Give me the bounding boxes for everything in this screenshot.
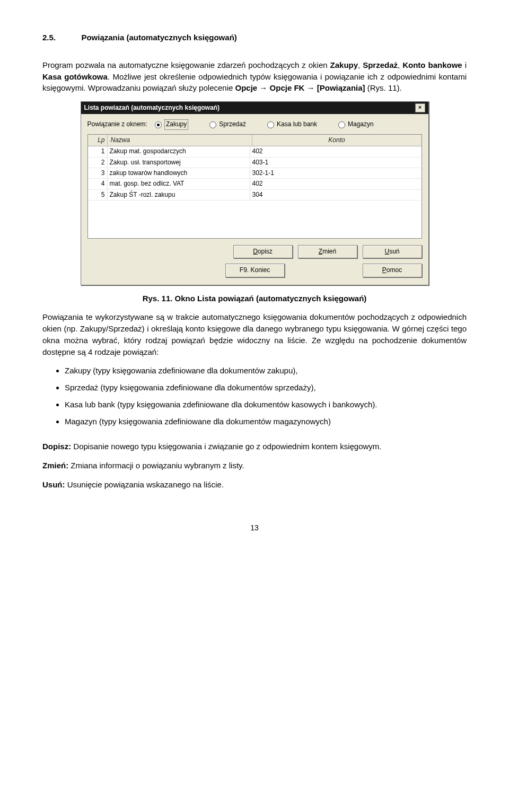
list-item: Magazyn (typy księgowania zdefiniowane d… [65,416,467,427]
table-row[interactable]: 2Zakup. usł. transportowej403-1 [88,158,422,168]
data-grid[interactable]: Lp Nazwa Konto 1Zakup mat. gospodarczych… [87,134,422,239]
close-icon[interactable]: × [415,103,425,112]
radio-zakupy[interactable]: Zakupy [155,119,188,129]
col-konto: Konto [252,135,422,146]
zmien-button[interactable]: Zmień [298,245,357,258]
radio-sprzedaz[interactable]: Sprzedaż [209,119,246,129]
dialog-window: Lista powiazań (automatycznych księgowań… [81,101,429,285]
section-number: 2.5. [42,33,56,42]
definition-zmien: Zmień: Zmiana informacji o powiązaniu wy… [42,460,467,472]
intro-paragraph: Program pozwala na automatyczne księgowa… [42,59,467,94]
radio-label: Powiązanie z oknem: [87,120,147,129]
dialog-titlebar: Lista powiazań (automatycznych księgowań… [81,102,428,114]
definition-usun: Usuń: Usunięcie powiązania wskazanego na… [42,479,467,491]
list-item: Kasa lub bank (typy księgowania zdefinio… [65,399,467,411]
button-row-2: F9. Koniec Pomoc [81,260,428,284]
col-name: Nazwa [108,135,252,146]
radio-kasa-bank[interactable]: Kasa lub bank [267,119,317,129]
list-item: Sprzedaż (typy księgowania zdefiniowane … [65,382,467,394]
body-paragraph: Powiązania te wykorzystywane są w trakci… [42,311,467,357]
table-row[interactable]: 1Zakup mat. gospodarczych402 [88,146,422,157]
section-title: Powiązania (automatycznych księgowań) [81,33,236,42]
figure-caption: Rys. 11. Okno Lista powiązań (automatycz… [42,293,467,304]
bullet-list: Zakupy (typy księgowania zdefiniowane dl… [42,365,467,427]
table-row[interactable]: 3zakup towarów handlowych302-1-1 [88,168,422,179]
dialog-title: Lista powiazań (automatycznych księgowań… [84,103,220,112]
section-heading: 2.5. Powiązania (automatycznych księgowa… [42,32,467,43]
koniec-button[interactable]: F9. Koniec [225,264,285,277]
grid-header: Lp Nazwa Konto [88,135,422,146]
radio-magazyn[interactable]: Magazyn [338,119,374,129]
radio-row: Powiązanie z oknem: Zakupy Sprzedaż Kasa… [81,114,428,134]
dopisz-button[interactable]: Dopisz [233,245,293,258]
page-number: 13 [42,522,467,533]
col-lp: Lp [88,135,108,146]
table-row[interactable]: 5Zakup ŚT -rozl. zakupu304 [88,190,422,200]
pomoc-button[interactable]: Pomoc [363,264,422,277]
list-item: Zakupy (typy księgowania zdefiniowane dl… [65,365,467,377]
usun-button[interactable]: Usuń [363,245,422,258]
table-row[interactable]: 4mat. gosp. bez odlicz. VAT402 [88,179,422,189]
definition-dopisz: Dopisz: Dopisanie nowego typu księgowani… [42,441,467,452]
button-row-1: Dopisz Zmień Usuń [81,239,428,260]
